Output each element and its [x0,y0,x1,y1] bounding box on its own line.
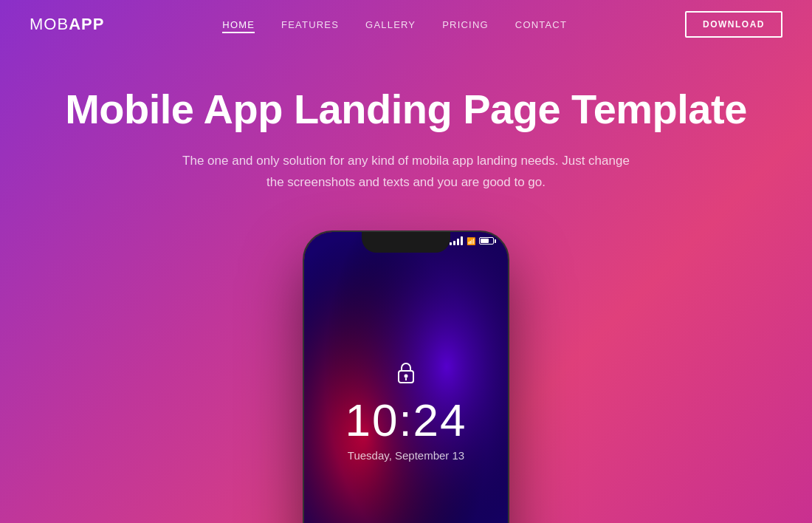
lock-screen: 10:24 Tuesday, September 13 [304,232,508,523]
lock-time: 10:24 [345,397,467,443]
nav-link-features[interactable]: FEATURES [281,19,339,30]
battery-tip [495,239,496,243]
nav-link-contact[interactable]: CONTACT [515,19,567,30]
signal-bar-2 [453,241,455,245]
signal-bar-3 [457,239,459,245]
nav-links: HOME FEATURES GALLERY PRICING CONTACT [222,18,567,31]
battery-body [479,237,494,245]
logo-text-bold: APP [69,15,104,33]
phone-container: 📶 1 [0,230,812,523]
signal-bar-4 [461,236,463,245]
nav-item-gallery[interactable]: GALLERY [365,18,416,31]
download-button[interactable]: DOWNLOAD [685,11,782,38]
phone-notch [362,232,450,253]
hero-subtitle: The one and only solution for any kind o… [177,151,635,194]
signal-bar-1 [450,242,452,245]
svg-point-4 [405,374,408,377]
battery-fill [481,239,489,243]
nav-item-features[interactable]: FEATURES [281,18,339,31]
wifi-icon: 📶 [467,237,475,245]
signal-icon [450,236,463,245]
logo-text-light: MOB [30,15,69,33]
hero-section: Mobile App Landing Page Template The one… [0,49,812,523]
phone-status-bar: 📶 [450,236,496,245]
nav-link-home[interactable]: HOME [222,19,255,33]
nav-link-pricing[interactable]: PRICING [442,19,489,30]
hero-title: Mobile App Landing Page Template [0,86,812,133]
battery-icon [479,237,496,245]
nav-item-pricing[interactable]: PRICING [442,18,489,31]
nav-item-contact[interactable]: CONTACT [515,18,567,31]
phone-mockup: 📶 1 [303,230,509,523]
navbar: MOBAPP HOME FEATURES GALLERY PRICING CON… [0,0,812,49]
logo[interactable]: MOBAPP [30,15,104,34]
lock-icon [396,360,416,387]
nav-item-home[interactable]: HOME [222,18,255,31]
lock-date: Tuesday, September 13 [348,449,464,462]
nav-link-gallery[interactable]: GALLERY [365,19,416,30]
